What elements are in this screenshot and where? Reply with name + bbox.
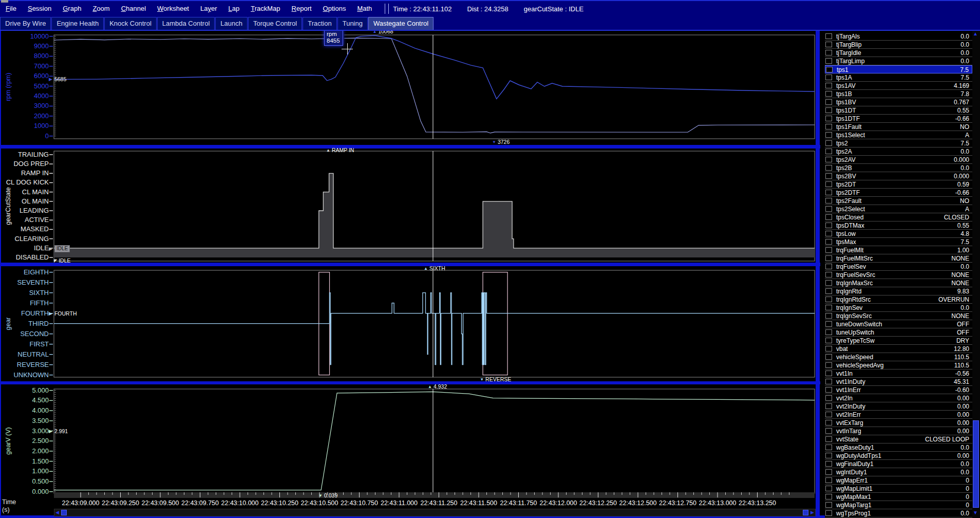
channel-row-vbat[interactable]: vbat12.80 [825, 345, 972, 353]
tab-engine-health[interactable]: Engine Health [51, 17, 104, 30]
channel-row-tps2[interactable]: tps27.5 [825, 139, 972, 147]
channel-row-tps1AV[interactable]: tps1AV4.169 [825, 82, 972, 90]
channel-row-tps2DTF[interactable]: tps2DTF-0.66 [825, 189, 972, 197]
channel-row-trqIgnRtd[interactable]: trqIgnRtd9.83 [825, 287, 972, 295]
channel-row-tpsDTMax[interactable]: tpsDTMax0.55 [825, 221, 972, 230]
plot-area-gearV[interactable] [54, 389, 815, 493]
channel-swatch [825, 239, 832, 245]
channel-row-vvtExTarg[interactable]: vvtExTarg0.00 [825, 419, 972, 427]
scroll-right-icon[interactable]: ▶ [811, 509, 814, 515]
channel-row-tjTargIdle[interactable]: tjTargIdle0.0 [825, 49, 972, 57]
channel-row-wgMapErr1[interactable]: wgMapErr10 [825, 476, 972, 485]
channel-row-tps2B[interactable]: tps2B0.0 [825, 164, 972, 172]
channel-row-wgMapMax1[interactable]: wgMapMax10 [825, 493, 972, 501]
channel-row-tps1BV[interactable]: tps1BV0.767 [825, 98, 972, 106]
channel-row-trqFuelMlt[interactable]: trqFuelMlt1.00 [825, 246, 972, 254]
tab-lambda-control[interactable]: Lambda Control [157, 17, 215, 30]
channel-row-wgMapLimit1[interactable]: wgMapLimit10 [825, 485, 972, 493]
menu-item-math[interactable]: Math [351, 2, 378, 15]
channel-row-trqIgnSev[interactable]: trqIgnSev0.0 [825, 304, 972, 312]
menu-item-channel[interactable]: Channel [116, 2, 152, 15]
channel-row-tps1DTF[interactable]: tps1DTF-0.66 [825, 115, 972, 123]
channel-row-vvt2In[interactable]: vvt2In0.00 [825, 394, 972, 402]
axis-label-gearCutState: DISABLED [0, 254, 49, 261]
channel-row-wgMapTarg1[interactable]: wgMapTarg10 [825, 501, 972, 509]
channel-row-wgBaseDuty1[interactable]: wgBaseDuty10.0 [825, 443, 972, 452]
scroll-left-icon[interactable]: ◀ [55, 509, 59, 515]
channel-row-tps1Select[interactable]: tps1SelectA [825, 131, 972, 139]
channel-row-tps1A[interactable]: tps1A7.5 [825, 73, 972, 82]
channel-row-tps2Select[interactable]: tps2SelectA [825, 205, 972, 213]
channel-row-trqFuelSev[interactable]: trqFuelSev0.0 [825, 263, 972, 271]
menu-item-lap[interactable]: Lap [223, 2, 246, 15]
channel-row-tps2DT[interactable]: tps2DT0.59 [825, 180, 972, 189]
menu-item-session[interactable]: Session [22, 2, 57, 15]
channel-row-vvt1InErr[interactable]: vvt1InErr-0.60 [825, 386, 972, 394]
channel-row-vvtState[interactable]: vvtStateCLOSED LOOP [825, 435, 972, 443]
menu-item-worksheet[interactable]: Worksheet [152, 2, 195, 15]
channel-row-vehicleSpeed[interactable]: vehicleSpeed110.5 [825, 353, 972, 361]
tab-torque-control[interactable]: Torque Control [248, 17, 302, 30]
channel-row-wgDutyAddTps1[interactable]: wgDutyAddTps10.00 [825, 452, 972, 460]
menu-item-options[interactable]: Options [317, 2, 352, 15]
channel-row-tjTargAls[interactable]: tjTargAls0.0 [825, 32, 972, 41]
channel-row-tps2BV[interactable]: tps2BV0.000 [825, 172, 972, 180]
channel-row-wgFinalDuty1[interactable]: wgFinalDuty10.0 [825, 460, 972, 468]
channel-row-tps2Fault[interactable]: tps2FaultNO [825, 197, 972, 205]
channel-row-tpsLow[interactable]: tpsLow4.8 [825, 230, 972, 238]
channel-value: CLOSED [944, 214, 969, 221]
tab-knock-control[interactable]: Knock Control [104, 17, 157, 30]
tab-launch[interactable]: Launch [215, 17, 248, 30]
channel-row-tps1[interactable]: tps17.5 [825, 65, 972, 73]
channel-row-vvtInTarg[interactable]: vvtInTarg0.00 [825, 427, 972, 435]
menu-item-trackmap[interactable]: TrackMap [245, 2, 286, 15]
channel-row-tjTargLimp[interactable]: tjTargLimp0.0 [825, 57, 972, 65]
tab-traction[interactable]: Traction [303, 17, 336, 30]
channel-row-vvt1In[interactable]: vvt1In-0.56 [825, 369, 972, 378]
scroll-up-icon[interactable]: ▲ [973, 31, 978, 36]
plot-area-rpm[interactable] [54, 35, 815, 139]
tab-tuning[interactable]: Tuning [337, 17, 368, 30]
channel-row-wgIntDuty1[interactable]: wgIntDuty10.0 [825, 468, 972, 476]
hscroll-thumb-left[interactable] [61, 510, 67, 515]
hscroll-thumb-right[interactable] [803, 510, 808, 515]
axis-label-gear: FIFTH [0, 300, 49, 307]
scrollbar-thumb[interactable] [973, 420, 979, 508]
tab-wastegate-control[interactable]: Wastegate Control [368, 17, 434, 30]
channel-row-vvt1InDuty[interactable]: vvt1InDuty45.31 [825, 378, 972, 386]
channel-row-tuneDownSwitch[interactable]: tuneDownSwitchOFF [825, 320, 972, 328]
channel-row-trqIgnSevSrc[interactable]: trqIgnSevSrcNONE [825, 312, 972, 320]
channel-row-trqIgnMaxSrc[interactable]: trqIgnMaxSrcNONE [825, 279, 972, 287]
channel-value: 0.00 [957, 403, 969, 410]
axis-label-gear: EIGHTH [0, 269, 49, 276]
channel-row-tyreTypeTcSw[interactable]: tyreTypeTcSwDRY [825, 337, 972, 345]
plot-area-gearCutState[interactable] [54, 151, 815, 261]
menu-item-report[interactable]: Report [286, 2, 317, 15]
channel-row-tps1DT[interactable]: tps1DT0.55 [825, 106, 972, 115]
channel-row-wgTpsProg1[interactable]: wgTpsProg10.0 [825, 509, 972, 517]
channel-row-vvt2InDuty[interactable]: vvt2InDuty0.00 [825, 402, 972, 411]
channel-name: tuneUpSwitch [836, 329, 874, 336]
channel-row-tpsMax[interactable]: tpsMax7.5 [825, 238, 972, 246]
channel-row-trqFuelSevSrc[interactable]: trqFuelSevSrcNONE [825, 271, 972, 279]
menu-item-graph[interactable]: Graph [57, 2, 87, 15]
channel-row-trqFuelMltSrc[interactable]: trqFuelMltSrcNONE [825, 254, 972, 263]
channel-row-trqIgnRtdSrc[interactable]: trqIgnRtdSrcOVERRUN [825, 295, 972, 304]
channel-row-tjTargBlip[interactable]: tjTargBlip0.0 [825, 41, 972, 49]
channel-row-vehicleSpeedAvg[interactable]: vehicleSpeedAvg110.5 [825, 361, 972, 369]
menu-item-layer[interactable]: Layer [195, 2, 223, 15]
channel-row-vvt2InErr[interactable]: vvt2InErr0.00 [825, 411, 972, 419]
channel-row-tps2AV[interactable]: tps2AV0.000 [825, 156, 972, 164]
channel-value: 7.5 [960, 140, 969, 147]
channel-list-scrollbar[interactable]: ▲ ▼ [972, 30, 980, 518]
menu-item-file[interactable]: File [0, 2, 22, 15]
horizontal-scrollbar[interactable]: ◀▶ [54, 509, 816, 516]
channel-row-tps2A[interactable]: tps2A0.0 [825, 147, 972, 156]
channel-row-tps1B[interactable]: tps1B7.8 [825, 90, 972, 98]
scroll-down-icon[interactable]: ▼ [973, 510, 978, 515]
channel-row-tuneUpSwitch[interactable]: tuneUpSwitchOFF [825, 328, 972, 337]
channel-row-tps1Fault[interactable]: tps1FaultNO [825, 123, 972, 131]
channel-row-tpsClosed[interactable]: tpsClosedCLOSED [825, 213, 972, 221]
menu-item-zoom[interactable]: Zoom [87, 2, 115, 15]
tab-drive-by-wire[interactable]: Drive By Wire [0, 17, 51, 30]
